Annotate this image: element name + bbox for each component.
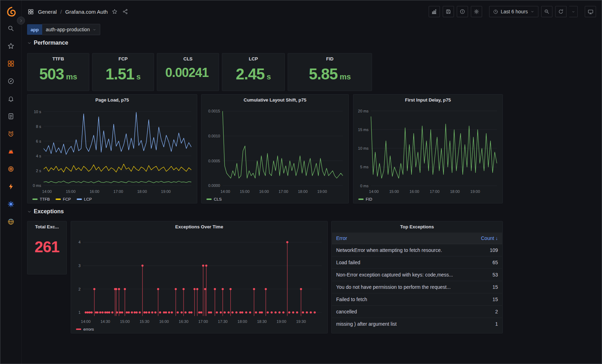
error-cell: Non-Error exception captured with keys: … [332,269,468,281]
zoom-out-button[interactable] [541,6,552,17]
explore-compass-icon[interactable] [6,76,16,86]
legend-item-errors[interactable]: errors [76,327,94,331]
svg-text:19:00: 19:00 [317,189,327,194]
row-exceptions[interactable]: Exceptions [27,208,64,215]
search-icon[interactable] [6,24,16,33]
svg-text:0 ms: 0 ms [33,183,41,188]
svg-text:0 ms: 0 ms [360,184,369,188]
save-dashboard-button[interactable] [443,6,454,17]
panel-title[interactable]: Exceptions Over Time [71,221,327,232]
dashboards-icon[interactable] [6,59,16,69]
panel-title[interactable]: Total Exc... [27,221,66,232]
panel-stat-cls: CLS 0.00241 [157,53,219,91]
svg-text:14:30: 14:30 [101,319,110,324]
legend-item-lcp[interactable]: LCP [77,197,92,201]
svg-text:17:00: 17:00 [430,189,440,194]
favorite-star-button[interactable] [111,8,118,15]
synthetics-globe-icon[interactable] [6,217,16,227]
column-header-count[interactable]: Count ↓ [468,233,502,244]
breadcrumb-separator: / [60,9,62,15]
starred-dashboards-icon[interactable] [6,41,16,51]
svg-text:0.0010: 0.0010 [208,134,220,138]
panel-title[interactable]: FID [288,53,372,64]
kubernetes-monitoring-icon[interactable] [6,199,16,209]
refresh-button[interactable] [555,6,566,17]
breadcrumb-section[interactable]: General [38,9,57,15]
fid-chart[interactable]: 0 ms5 ms10 ms15 ms20 ms14:0015:0016:0017… [355,105,501,194]
panel-title[interactable]: Page Load, p75 [27,95,197,105]
time-range-label: Last 6 hours [501,9,528,14]
panel-title[interactable]: LCP [222,53,284,64]
panel-title[interactable]: TTFB [27,53,89,64]
time-range-picker[interactable]: Last 6 hours [489,6,538,17]
performance-bolt-icon[interactable] [6,182,16,191]
svg-text:16:00: 16:00 [259,189,269,194]
count-cell: 1 [468,318,502,330]
count-cell: 15 [468,281,502,293]
table-row: missing ) after argument list1 [332,318,502,330]
panel-stat-fid: FID 5.85ms [288,53,372,91]
svg-text:15:30: 15:30 [140,319,149,324]
stat-value: 1.51s [92,65,154,83]
column-header-error[interactable]: Error [332,233,468,244]
dashboard-insights-button[interactable] [457,6,468,17]
slo-target-icon[interactable] [6,164,16,174]
legend-swatch [76,329,81,330]
oncall-alarm-icon[interactable] [6,129,16,139]
svg-text:14:00: 14:00 [220,189,230,194]
svg-text:16:00: 16:00 [159,319,169,324]
panel-title[interactable]: Cumulative Layout Shift, p75 [201,95,348,105]
stat-value: 0.00241 [157,65,219,80]
error-cell: You do not have permission to perform th… [332,281,468,293]
breadcrumb: General / Grafana.com Auth [27,8,129,15]
svg-text:15:00: 15:00 [66,189,76,194]
svg-text:0.0005: 0.0005 [208,159,220,163]
legend-item-fid[interactable]: FID [358,197,372,201]
svg-text:18:00: 18:00 [298,189,308,194]
exceptions-chart[interactable]: 123414:0014:3015:0015:3016:0016:3017:001… [72,232,326,324]
legend-item-cls[interactable]: CLS [206,197,222,201]
dashboard-settings-button[interactable] [471,6,482,17]
add-panel-button[interactable] [429,6,440,17]
share-button[interactable] [122,8,129,15]
refresh-interval-dropdown[interactable] [569,6,578,17]
grafana-logo-icon[interactable] [5,6,17,17]
error-cell: NetworkError when attempting to fetch re… [332,244,468,256]
row-performance-label: Performance [34,40,68,46]
legend-swatch [358,199,364,200]
svg-text:8 s: 8 s [36,124,41,129]
svg-text:18:00: 18:00 [237,319,247,324]
exceptions-table-wrap[interactable]: ErrorCount ↓NetworkError when attempting… [332,233,502,333]
svg-text:16:00: 16:00 [90,189,100,194]
expand-sidebar-button[interactable] [17,17,25,25]
toolbar-actions: Last 6 hours [429,6,596,17]
variable-value-dropdown[interactable]: auth-app-production [42,24,100,35]
incident-plugin-icon[interactable] [6,147,16,156]
panel-title[interactable]: FCP [92,53,154,64]
table-row: Load failed65 [332,256,502,269]
legend-item-fcp[interactable]: FCP [56,197,71,201]
svg-text:6 s: 6 s [36,139,41,143]
legend-item-ttfb[interactable]: TTFB [32,197,50,201]
panel-page-load: Page Load, p75 0 ms2 s4 s6 s8 s10 s14:00… [27,94,197,203]
cls-chart[interactable]: 0.00000.00050.00100.001514:0015:0016:001… [203,105,347,194]
svg-text:10 s: 10 s [34,110,41,114]
alerting-bell-icon[interactable] [6,94,16,104]
svg-text:14:00: 14:00 [81,319,91,324]
svg-text:2 s: 2 s [36,169,41,173]
page-load-chart[interactable]: 0 ms2 s4 s6 s8 s10 s14:0015:0016:0017:00… [29,105,196,194]
svg-text:14:00: 14:00 [42,189,52,194]
tv-mode-button[interactable] [585,6,596,17]
reports-document-icon[interactable] [6,111,16,121]
stat-value: 503ms [27,65,89,83]
exceptions-table: ErrorCount ↓NetworkError when attempting… [332,233,502,330]
svg-text:18:30: 18:30 [257,319,267,324]
panel-title[interactable]: CLS [157,53,219,64]
table-row: Non-Error exception captured with keys: … [332,269,502,281]
row-performance[interactable]: Performance [27,40,68,46]
panel-exceptions-over-time: Exceptions Over Time 123414:0014:3015:00… [71,221,328,333]
svg-text:16:30: 16:30 [179,319,188,324]
panel-title[interactable]: First Input Delay, p75 [353,95,502,105]
svg-text:18:00: 18:00 [450,189,460,194]
panel-title[interactable]: Top Exceptions [332,221,502,232]
